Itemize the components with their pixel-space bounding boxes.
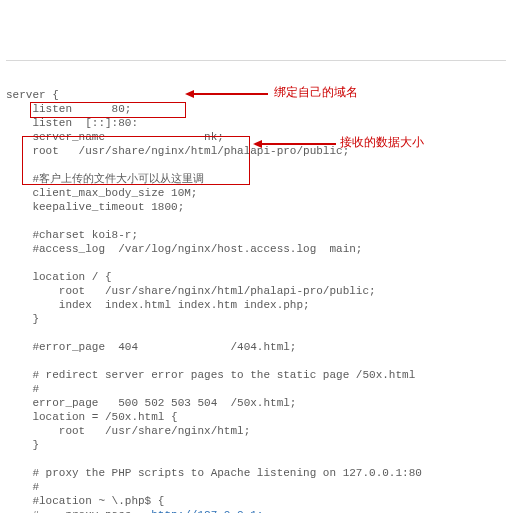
code-line: index index.html index.htm index.php; [6,299,310,311]
code-line: error_page 500 502 503 504 /50x.html; [6,397,296,409]
code-line: #location ~ \.php$ { [6,495,164,507]
note-domain: 绑定自己的域名 [274,85,358,99]
proxy-pass-link[interactable]: http://127.0.0.1; [151,509,263,513]
code-line-proxy: # proxy_pass http://127.0.0.1; [6,509,263,513]
code-line: listen [::]:80: [6,117,138,129]
code-line: client_max_body_size 10M; [6,187,197,199]
code-line: keepalive_timeout 1800; [6,201,184,213]
nginx-config-code: server { listen 80; listen [::]:80: serv… [6,60,506,513]
arrow-body-size-head [253,140,262,148]
code-line: root /usr/share/nginx/html/phalapi-pro/p… [6,145,349,157]
code-line: listen 80; [6,103,131,115]
code-line: location / { [6,271,112,283]
code-line: # proxy the PHP scripts to Apache listen… [6,467,422,479]
code-line: } [6,439,39,451]
arrow-domain [194,93,268,95]
code-line: root /usr/share/nginx/html; [6,425,250,437]
code-line: # redirect server error pages to the sta… [6,369,415,381]
code-line-server-name: server_name nk; [6,131,224,143]
code-line: location = /50x.html { [6,411,178,423]
code-line: #access_log /var/log/nginx/host.access.l… [6,243,362,255]
code-line: #error_page 404 /404.html; [6,341,296,353]
code-line: } [6,313,39,325]
code-line: #charset koi8-r; [6,229,138,241]
arrow-body-size [262,143,336,145]
code-line-comment: #客户上传的文件大小可以从这里调 [6,173,204,185]
code-line: root /usr/share/nginx/html/phalapi-pro/p… [6,285,376,297]
code-line: server { [6,89,59,101]
note-body-size: 接收的数据大小 [340,135,424,149]
arrow-domain-head [185,90,194,98]
code-line: # [6,383,39,395]
code-line: # [6,481,39,493]
top-rule [6,60,506,61]
